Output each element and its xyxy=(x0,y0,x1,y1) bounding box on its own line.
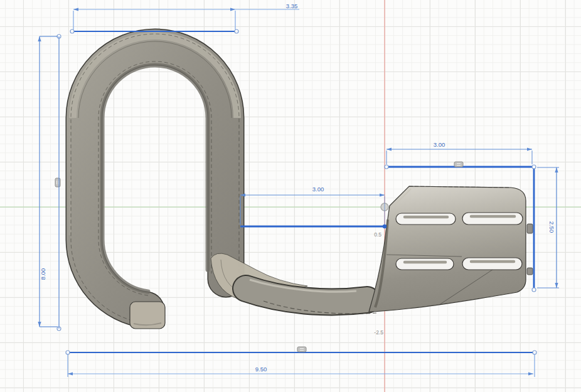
arm[interactable] xyxy=(246,280,376,314)
dimension-plate-width: 3.00 xyxy=(386,141,532,164)
arrowhead xyxy=(555,283,558,288)
arrowhead xyxy=(38,36,41,41)
plate-right-tab-upper xyxy=(527,224,533,233)
dimension-plate-width-value[interactable]: 3.00 xyxy=(434,141,445,148)
hook-face[interactable] xyxy=(84,47,226,310)
plate-right-tab-lower xyxy=(527,268,533,275)
grip-plate-top-line[interactable] xyxy=(454,162,463,167)
arrowhead xyxy=(527,147,532,151)
mounting-plate[interactable] xyxy=(369,186,533,312)
arrowhead xyxy=(73,8,78,11)
endpoint[interactable] xyxy=(385,165,388,169)
arrowhead xyxy=(68,372,73,375)
grip-left-witness[interactable] xyxy=(55,178,60,187)
endpoint[interactable] xyxy=(532,288,536,292)
dimension-plate-height: 2.50 xyxy=(537,167,559,288)
dimension-top-width: 3.35 xyxy=(73,3,299,29)
grid-label-upper: 0.5 xyxy=(374,231,381,238)
arrowhead xyxy=(380,193,385,196)
plate-face[interactable] xyxy=(369,186,526,312)
sketch-point[interactable] xyxy=(383,225,386,228)
plate-slot-top-left[interactable] xyxy=(396,213,456,225)
dimension-left-height-value[interactable]: 8.00 xyxy=(40,268,46,280)
arrowhead xyxy=(38,322,41,327)
hook-body[interactable] xyxy=(70,34,239,323)
plate-slot-bottom-right[interactable] xyxy=(462,258,522,270)
hook-tip[interactable] xyxy=(130,302,165,329)
arrowhead xyxy=(555,167,558,172)
dimension-hook-to-axis: 3.00 xyxy=(240,186,385,225)
endpoint[interactable] xyxy=(70,29,74,33)
dimension-overall-width: 9.50 xyxy=(68,354,535,377)
grip-bottom-line[interactable] xyxy=(297,347,306,352)
plate-slot-bottom-left[interactable] xyxy=(396,258,454,270)
grid-label-lower: -2.5 xyxy=(374,329,383,336)
cad-viewport[interactable]: 3.35 8.00 3.00 3.00 2.50 xyxy=(0,0,581,392)
dimension-hook-to-axis-value[interactable]: 3.00 xyxy=(312,186,324,193)
sketch-canvas-svg: 3.35 8.00 3.00 3.00 2.50 xyxy=(0,0,581,392)
arrowhead xyxy=(230,8,235,11)
endpoint[interactable] xyxy=(235,29,238,33)
hook-inner-shading xyxy=(102,65,208,292)
endpoint[interactable] xyxy=(532,165,536,169)
dimension-top-width-value[interactable]: 3.35 xyxy=(286,3,298,9)
hook-tangent-edge-inner xyxy=(99,61,211,295)
arrowhead xyxy=(386,147,392,151)
dimension-overall-width-value[interactable]: 9.50 xyxy=(255,366,267,373)
plate-slot-top-right[interactable] xyxy=(462,213,523,225)
dimension-plate-height-value[interactable]: 2.50 xyxy=(548,221,555,233)
arrowhead xyxy=(528,372,533,375)
